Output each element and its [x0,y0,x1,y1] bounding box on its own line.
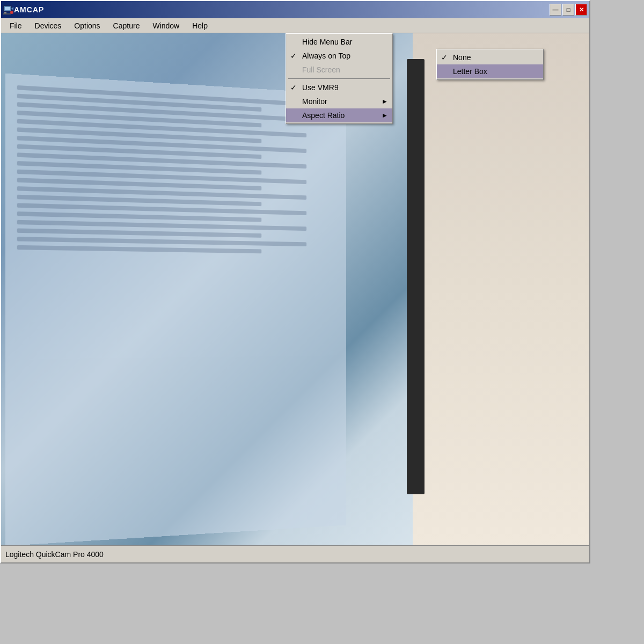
window-dropdown-menu: Hide Menu Bar ✓ Always on Top Full Scree… [286,33,393,124]
svg-marker-2 [11,7,13,10]
aspect-none-check: ✓ [441,53,448,62]
close-button[interactable]: ✕ [575,4,587,16]
menu-full-screen: Full Screen [286,63,392,77]
menu-hide-menu-bar[interactable]: Hide Menu Bar [286,35,392,49]
cam-line [17,237,307,247]
monitor-arrow: ► [382,98,388,105]
svg-rect-4 [3,13,11,14]
always-on-top-check: ✓ [290,52,297,60]
menu-file[interactable]: File [3,20,28,32]
window-controls: — □ ✕ [550,4,587,16]
cam-wall [413,33,589,545]
maximize-button[interactable]: □ [562,4,574,16]
menu-aspect-ratio[interactable]: Aspect Ratio ► [286,108,392,122]
menu-window[interactable]: Window [146,20,186,32]
cam-line [17,245,261,253]
window-title: AMCAP [14,5,550,14]
menu-help[interactable]: Help [186,20,214,32]
status-text: Logitech QuickCam Pro 4000 [5,550,104,559]
menu-devices[interactable]: Devices [28,20,68,32]
menu-use-vmr9[interactable]: ✓ Use VMR9 [286,80,392,94]
main-window: AMCAP — □ ✕ File Devices Options Capture… [0,0,590,564]
svg-rect-6 [11,12,13,12]
menu-capture[interactable]: Capture [107,20,147,32]
minimize-button[interactable]: — [550,4,561,16]
title-bar: AMCAP — □ ✕ [1,1,589,18]
cam-frame [407,59,425,494]
cam-line [17,229,261,238]
app-icon [3,4,14,15]
use-vmr9-check: ✓ [290,83,297,92]
aspect-none[interactable]: ✓ None [437,50,543,64]
svg-rect-1 [5,7,10,10]
window-menu-separator [288,78,390,79]
svg-rect-3 [4,12,6,13]
status-bar: Logitech QuickCam Pro 4000 [1,545,589,562]
aspect-ratio-arrow: ► [382,112,388,119]
menu-always-on-top[interactable]: ✓ Always on Top [286,49,392,63]
aspect-letter-box[interactable]: Letter Box [437,64,543,78]
aspect-ratio-submenu: ✓ None Letter Box [436,49,544,80]
menu-bar: File Devices Options Capture Window Help… [1,18,589,33]
menu-monitor[interactable]: Monitor ► [286,94,392,108]
cam-paper [5,74,346,545]
menu-options[interactable]: Options [68,20,106,32]
